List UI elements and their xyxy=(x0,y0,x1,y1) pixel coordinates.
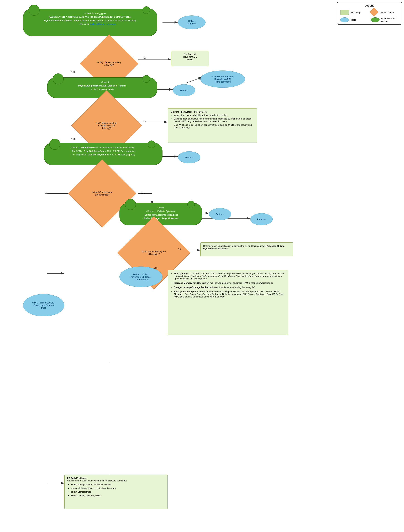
decision1-text: Is SQL Server reportingslow I/O? xyxy=(97,61,121,66)
no-slow-io-text: No Slow I/Oissue for SQLServer xyxy=(183,53,197,61)
check-physical-text: - Check if Physical/Logical Disk: Avg. D… xyxy=(78,81,126,91)
file-system-filter-title: Examine File System Filter Drivers: xyxy=(171,111,254,113)
perfmon-dmvs-ellipse: Perfmon, DMVs,Xevents, SQL Trace,DTA, Er… xyxy=(119,266,163,287)
start-cloud-text: - Check for wait_types: PAGEIOLATCH_*, W… xyxy=(44,12,136,25)
wpr-storport-ellipse: WPR, Perfmon,SQLIO,Event Logs, Storportt… xyxy=(23,294,64,316)
perfmon2-text: Perfmon xyxy=(185,156,193,159)
perfmon1-ellipse: Perfmon xyxy=(173,84,195,96)
decision3-text: Is the I/O subsystemoverwhelmed? xyxy=(92,191,112,196)
determine-app-rect: Determine which application is driving t… xyxy=(200,242,293,256)
svg-line-6 xyxy=(185,77,202,83)
file-system-filter-list: Work with system admin/filter driver ven… xyxy=(171,114,254,129)
yes-label-1: Yes xyxy=(71,70,75,73)
perfmon2-ellipse: Perfmon xyxy=(178,151,200,163)
file-system-filter-rect: Examine File System Filter Drivers: Work… xyxy=(168,108,257,143)
wpr-fltmc-ellipse: Windows PerformanceRecorder (WPR)Fltmc c… xyxy=(200,70,245,88)
yes-label-2: Yes xyxy=(71,138,75,140)
no-slow-io-rect: No Slow I/Oissue for SQLServer xyxy=(171,51,209,66)
decision4-text: Is Sql Server driving theI/O Activity? xyxy=(142,250,166,255)
decision1-diamond: Is SQL Server reportingslow I/O? xyxy=(78,48,140,79)
no-label-2: No xyxy=(143,120,146,123)
perfmon4-text: Perfmon xyxy=(257,218,266,221)
check-process-cloud: Check - Process : IO Data Bytes/sec - Bu… xyxy=(119,203,202,225)
stalled-io-link[interactable]: stalled I/O error messages xyxy=(90,23,116,25)
check-disk-bytes-text: Check if Disk Bytes/Sec is close to/beyo… xyxy=(71,146,135,156)
diagram: - Check for wait_types: PAGEIOLATCH_*, W… xyxy=(13,2,391,526)
dmvs-perfmon-text: DMVs,Perfmon xyxy=(188,20,196,25)
perfmon3-text: Perfmon xyxy=(216,213,224,215)
decision2-diamond: Do Perfmon countersindicate slow I/O(lat… xyxy=(68,108,145,143)
decision4-diamond: Is Sql Server driving theI/O Activity? xyxy=(114,235,194,270)
recommendations-rect: Tune Queries : Use DMVs and SQL Trace an… xyxy=(168,270,288,335)
perfmon-dmvs-text: Perfmon, DMVs,Xevents, SQL Trace,DTA, Er… xyxy=(131,273,151,281)
perfmon4-ellipse: Perfmon xyxy=(250,213,273,225)
io-path-list: fix mis-configuration of SAN/NAS system … xyxy=(67,483,165,497)
decision2-text: Do Perfmon countersindicate slow I/O(lat… xyxy=(96,122,117,129)
determine-app-text: Determine which application is driving t… xyxy=(203,245,285,250)
no-label-3: No xyxy=(45,192,47,194)
io-path-rect: I/O Path Problems:OS/Hardware: Work with… xyxy=(64,475,168,509)
wpr-storport-text: WPR, Perfmon,SQLIO,Event Logs, Storportt… xyxy=(32,301,55,309)
start-cloud: - Check for wait_types: PAGEIOLATCH_*, W… xyxy=(23,9,157,36)
check-process-text: Check - Process : IO Data Bytes/sec - Bu… xyxy=(143,206,179,220)
perfmon3-ellipse: Perfmon xyxy=(209,208,231,220)
recommendations-list: Tune Queries : Use DMVs and SQL Trace an… xyxy=(171,272,285,298)
dmvs-perfmon-ellipse: DMVs,Perfmon xyxy=(178,15,206,29)
yes-label-3: Yes xyxy=(141,192,145,194)
wpr-fltmc-text: Windows PerformanceRecorder (WPR)Fltmc c… xyxy=(211,75,234,83)
io-path-title: I/O Path Problems:OS/Hardware: Work with… xyxy=(67,477,165,482)
no-label-1: No xyxy=(143,57,146,59)
perfmon1-text: Perfmon xyxy=(180,89,188,92)
no-label-4: No xyxy=(178,248,181,250)
